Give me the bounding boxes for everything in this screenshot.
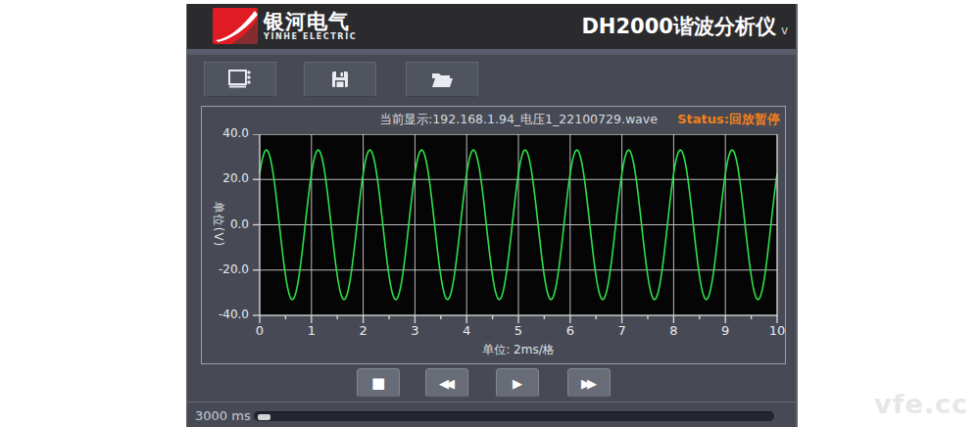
y-tick-label: 0.0 [204,217,249,231]
play-icon: ▶ [513,377,522,390]
app-title-text: DH2000谐波分析仪 [581,13,775,40]
app-title-version: v [781,24,788,37]
save-button[interactable] [304,62,376,97]
x-tick-label: 1 [308,323,316,338]
page: 银河电气 YINHE ELECTRIC DH2000谐波分析仪 v [0,0,980,427]
current-file-label: 当前显示:192.168.1.94_电压1_22100729.wave [379,112,658,128]
x-tick-label: 3 [411,323,418,338]
rewind-button[interactable]: ◀◀ [425,368,468,398]
monitor-icon [227,69,253,90]
x-tick-label: 8 [669,323,677,338]
titlebar: 银河电气 YINHE ELECTRIC DH2000谐波分析仪 v [187,4,796,49]
time-label: 3000 ms [195,408,251,423]
y-tick-label: 40.0 [204,126,249,140]
playback-slider[interactable] [254,411,774,421]
x-tick-label: 7 [617,323,625,338]
waveform-panel: 当前显示:192.168.1.94_电压1_22100729.wave Stat… [201,106,786,364]
x-tick-label: 5 [514,323,522,338]
play-button[interactable]: ▶ [496,368,539,398]
titlebar-divider [187,49,796,55]
y-tick-label: -40.0 [204,308,249,321]
x-tick-label: 2 [359,323,367,338]
waveform-plot [252,134,785,328]
stop-button[interactable]: ■ [357,368,400,398]
x-tick-label: 4 [463,323,470,338]
fast-forward-button[interactable]: ▶▶ [567,368,611,398]
save-icon [330,70,350,89]
slider-thumb[interactable] [258,414,270,420]
brand-name-cn: 银河电气 [264,11,357,32]
monitor-button[interactable] [204,62,276,97]
status-badge: Status:回放暂停 [677,111,780,128]
brand-logo-icon [213,8,258,44]
x-tick-label: 6 [566,323,574,338]
fast-forward-icon: ▶▶ [581,377,597,390]
open-file-button[interactable] [406,62,478,97]
watermark: vfe.cc [874,389,968,419]
rewind-icon: ◀◀ [439,377,455,390]
brand-logo: 银河电气 YINHE ELECTRIC [213,8,357,44]
app-title: DH2000谐波分析仪 v [581,4,788,49]
footer-bar: 3000 ms [187,402,796,427]
x-tick-label: 10 [769,323,786,338]
x-tick-label: 0 [256,323,264,338]
x-tick-label: 9 [721,323,729,338]
y-tick-label: -20.0 [204,262,249,276]
app-window: 银河电气 YINHE ELECTRIC DH2000谐波分析仪 v [186,4,798,427]
brand-name-en: YINHE ELECTRIC [264,32,357,41]
y-tick-label: 20.0 [204,171,249,185]
brand-text: 银河电气 YINHE ELECTRIC [264,11,357,41]
stop-icon: ■ [371,376,385,391]
x-axis-title: 单位: 2ms/格 [482,342,554,358]
folder-open-icon [430,70,454,89]
